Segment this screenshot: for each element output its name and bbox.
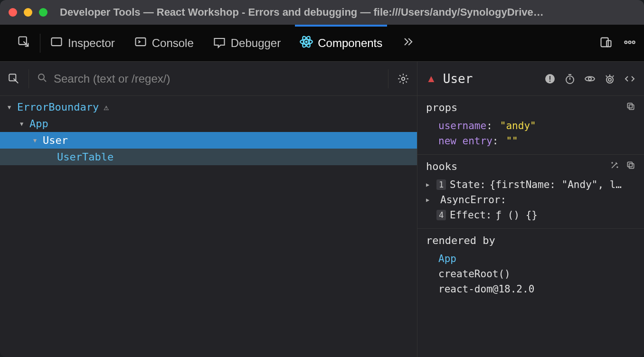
suspend-button[interactable]: [544, 73, 556, 85]
prop-row[interactable]: new entry:"": [426, 133, 635, 149]
window-titlebar: Developer Tools — React Workshop - Error…: [0, 0, 644, 25]
magic-wand-button[interactable]: [610, 160, 619, 172]
svg-point-11: [633, 41, 635, 43]
tab-label: Components: [318, 37, 382, 50]
rendered-by-item: react-dom@18.2.0: [426, 282, 635, 297]
hook-value: {firstName: "Andy", l…: [490, 179, 622, 190]
rendered-by-link[interactable]: App: [426, 251, 635, 266]
props-section: props username:"andy"new entry:"": [417, 96, 644, 155]
rendered-by-item: createRoot(): [426, 266, 635, 282]
expand-arrow-icon[interactable]: ▶: [426, 181, 433, 188]
hook-name: State:: [450, 179, 486, 190]
hook-value: ƒ () {}: [496, 209, 538, 221]
svg-point-19: [588, 77, 591, 80]
select-element-button[interactable]: [7, 72, 21, 86]
tabs-overflow-button[interactable]: [392, 25, 424, 62]
section-label: props: [426, 102, 626, 113]
divider: [388, 69, 388, 88]
tab-components[interactable]: Components: [290, 25, 392, 62]
tab-console[interactable]: Console: [124, 25, 203, 62]
window-controls: [9, 8, 47, 17]
inspect-dom-button[interactable]: [584, 73, 596, 85]
timer-icon[interactable]: [564, 73, 576, 85]
svg-point-13: [38, 74, 44, 80]
component-name: UserTable: [57, 151, 114, 163]
tree-node-usertable[interactable]: UserTable: [0, 149, 417, 165]
hook-row[interactable]: ▶1State:{firstName: "Andy", l…: [426, 177, 635, 192]
svg-rect-23: [627, 103, 632, 108]
pick-element-button[interactable]: [8, 25, 40, 62]
prop-value[interactable]: "": [506, 135, 518, 147]
search-input[interactable]: [54, 72, 380, 85]
tree-node-user[interactable]: ▼User: [0, 132, 417, 149]
search-icon: [37, 72, 48, 85]
hook-index-badge: 1: [436, 179, 446, 190]
expand-caret-icon[interactable]: ▼: [20, 121, 27, 127]
expand-caret-icon[interactable]: ▼: [33, 137, 40, 144]
component-tree: ▼ErrorBoundary⚠▼App▼UserUserTable: [0, 96, 417, 357]
component-tree-panel: ▼ErrorBoundary⚠▼App▼UserUserTable: [0, 62, 417, 357]
expand-caret-icon[interactable]: ▼: [8, 104, 14, 111]
maximize-window-button[interactable]: [39, 8, 47, 17]
cursor-select-icon: [17, 35, 30, 51]
tree-toolbar: [0, 62, 417, 96]
svg-rect-1: [52, 38, 62, 45]
chevron-double-right-icon: [401, 35, 415, 51]
settings-button[interactable]: [396, 72, 410, 86]
responsive-mode-button[interactable]: [599, 36, 613, 51]
tab-label: Inspector: [68, 37, 115, 50]
section-label: rendered by: [426, 235, 635, 246]
close-window-button[interactable]: [9, 8, 17, 17]
svg-point-20: [606, 76, 613, 83]
tab-label: Console: [152, 37, 194, 50]
prop-value[interactable]: "andy": [500, 120, 536, 132]
hook-index-badge: 4: [436, 210, 446, 220]
more-options-button[interactable]: [623, 36, 636, 51]
hook-name: Effect:: [450, 209, 492, 221]
svg-point-9: [625, 41, 627, 43]
log-data-button[interactable]: [604, 73, 616, 85]
error-icon: ▲: [426, 73, 436, 85]
component-details-panel: ▲ User props username:"andy"new entry:"": [417, 62, 644, 357]
warning-icon: ⚠: [104, 102, 109, 112]
svg-point-10: [628, 41, 631, 43]
tab-inspector[interactable]: Inspector: [40, 25, 124, 62]
section-label: hooks: [426, 160, 610, 172]
divider: [28, 69, 29, 88]
expand-arrow-icon[interactable]: ▶: [426, 197, 433, 203]
prop-key: new entry: [438, 135, 492, 147]
tree-node-app[interactable]: ▼App: [0, 115, 417, 132]
minimize-window-button[interactable]: [24, 8, 32, 17]
window-title: Developer Tools — React Workshop - Error…: [60, 6, 544, 19]
svg-point-3: [305, 40, 308, 43]
svg-rect-7: [601, 38, 608, 47]
details-header: ▲ User: [417, 62, 644, 96]
rendered-by-section: rendered by AppcreateRoot()react-dom@18.…: [417, 229, 644, 302]
svg-point-17: [549, 80, 551, 82]
component-name: App: [29, 118, 48, 130]
svg-rect-16: [549, 76, 550, 80]
tree-node-errorboundary[interactable]: ▼ErrorBoundary⚠: [0, 99, 417, 115]
selected-component-name: User: [443, 72, 538, 86]
inspector-icon: [50, 35, 63, 51]
component-name: User: [43, 134, 68, 146]
devtools-tabs: Inspector Console Debugger Components: [0, 25, 644, 62]
svg-point-14: [402, 77, 405, 80]
svg-rect-22: [629, 105, 634, 110]
debugger-icon: [213, 35, 226, 51]
component-name: ErrorBoundary: [17, 101, 99, 113]
hooks-section: hooks ▶1State:{firstName: "Andy", l…▶Asy…: [417, 155, 644, 229]
react-icon: [300, 35, 313, 51]
view-source-button[interactable]: [624, 73, 635, 85]
svg-rect-24: [629, 164, 634, 169]
copy-props-button[interactable]: [626, 102, 635, 113]
hook-row[interactable]: ▶AsyncError:: [426, 192, 635, 207]
prop-key: username: [438, 120, 486, 132]
svg-rect-25: [627, 162, 632, 167]
console-icon: [134, 35, 147, 51]
copy-hooks-button[interactable]: [626, 160, 635, 172]
tab-label: Debugger: [231, 37, 281, 50]
tab-debugger[interactable]: Debugger: [203, 25, 290, 62]
prop-row[interactable]: username:"andy": [426, 118, 635, 133]
hook-row[interactable]: 4Effect:ƒ () {}: [426, 207, 635, 223]
